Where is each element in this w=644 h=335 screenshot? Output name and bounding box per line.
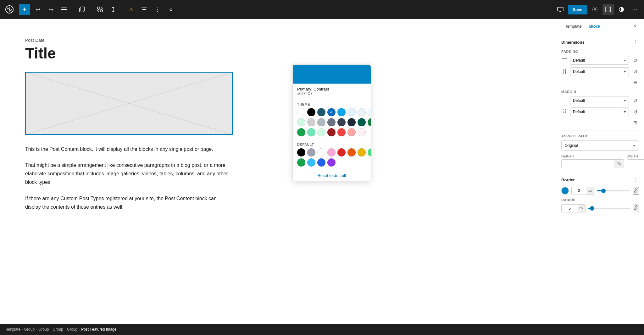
def-color-green[interactable]: [297, 158, 305, 167]
save-button[interactable]: Save: [568, 5, 587, 14]
undo-button[interactable]: ↩: [32, 4, 43, 15]
def-color-light-blue[interactable]: [307, 158, 315, 167]
breadcrumb-group-3[interactable]: Group: [53, 327, 63, 332]
collapse-sidebar-button[interactable]: «: [165, 4, 176, 15]
padding-top-row: Default 0 Small Medium Large ↺: [561, 56, 639, 65]
color-darker-gray[interactable]: [347, 118, 356, 126]
padding-label: PADDING: [561, 50, 639, 53]
padding-link-toggle[interactable]: ⊞: [631, 79, 639, 86]
margin-top-select[interactable]: Default 0 Small Medium Large: [570, 96, 629, 105]
width-input[interactable]: [627, 160, 644, 168]
border-link-button[interactable]: [633, 187, 639, 195]
color-dark-gray[interactable]: [337, 118, 346, 126]
block-transform-button[interactable]: [94, 4, 106, 15]
tab-template[interactable]: Template: [561, 19, 586, 33]
padding-top-select[interactable]: Default 0 Small Medium Large: [570, 56, 629, 65]
color-dark-red[interactable]: [327, 128, 336, 136]
contrast-button[interactable]: [616, 4, 627, 15]
warning-button[interactable]: ⚠: [125, 4, 137, 15]
border-label: Border: [561, 178, 575, 182]
color-light-green-pale[interactable]: [297, 118, 305, 126]
radius-input-group: px: [561, 204, 586, 212]
move-up-down-button[interactable]: [108, 4, 119, 15]
add-block-button[interactable]: +: [19, 4, 30, 15]
def-color-red[interactable]: [337, 148, 346, 157]
align-button[interactable]: [139, 4, 150, 15]
color-light-sky[interactable]: [347, 108, 356, 116]
featured-image-block[interactable]: [25, 72, 233, 135]
breadcrumb-group-2[interactable]: Group: [38, 327, 49, 332]
aspect-ratio-label: ASPECT RATIO: [561, 134, 639, 138]
svg-rect-9: [100, 10, 103, 12]
reset-to-default-button[interactable]: Reset to default: [293, 170, 371, 181]
color-lightest-red[interactable]: [358, 128, 366, 136]
block-duplicate-button[interactable]: [76, 4, 88, 15]
breadcrumb-post-featured-image[interactable]: Post Featured Image: [81, 327, 116, 332]
color-black[interactable]: [307, 108, 315, 116]
svg-line-29: [636, 190, 636, 191]
color-gray-mid[interactable]: [317, 118, 325, 126]
more-main-button[interactable]: ⋯: [629, 4, 640, 15]
color-light-red[interactable]: [347, 128, 356, 136]
border-more-button[interactable]: ⋮: [631, 176, 639, 184]
svg-rect-17: [606, 7, 611, 12]
def-color-orange[interactable]: [347, 148, 356, 157]
color-preview-bar: [293, 65, 371, 84]
def-color-blue[interactable]: [317, 158, 325, 167]
height-input[interactable]: [562, 160, 614, 168]
close-sidebar-button[interactable]: ×: [630, 19, 639, 33]
def-color-light-green[interactable]: [368, 148, 371, 157]
breadcrumb-group-1[interactable]: Group: [24, 327, 35, 332]
post-title: Title: [25, 45, 531, 62]
tab-block[interactable]: Block: [586, 19, 604, 33]
border-color-swatch[interactable]: [561, 187, 569, 195]
color-gray-light[interactable]: [307, 118, 315, 126]
breadcrumb-group-4[interactable]: Group: [67, 327, 77, 332]
radius-slider-thumb[interactable]: [590, 206, 594, 211]
color-green[interactable]: [368, 118, 371, 126]
color-primary[interactable]: [327, 108, 336, 116]
height-field: HEIGHT PX: [561, 154, 624, 168]
padding-top-reset[interactable]: ↺: [631, 57, 639, 64]
def-color-white[interactable]: [317, 148, 325, 157]
wp-logo[interactable]: [4, 4, 15, 15]
color-white[interactable]: [297, 108, 305, 116]
dimensions-label: Dimensions: [561, 40, 585, 45]
def-color-black[interactable]: [297, 148, 305, 157]
def-color-gray[interactable]: [307, 148, 315, 157]
list-view-button[interactable]: [58, 4, 70, 15]
margin-top-reset[interactable]: ↺: [631, 97, 639, 104]
sidebar-toggle-button[interactable]: [602, 4, 614, 15]
view-button[interactable]: [555, 4, 566, 15]
color-pale-green[interactable]: [317, 128, 325, 136]
def-color-pink[interactable]: [327, 148, 336, 157]
color-sky[interactable]: [337, 108, 346, 116]
margin-side-reset[interactable]: ↺: [631, 108, 639, 116]
color-red-dark[interactable]: [337, 128, 346, 136]
redo-button[interactable]: ↪: [45, 4, 57, 15]
color-dark-teal[interactable]: [317, 108, 325, 116]
def-color-yellow[interactable]: [358, 148, 366, 157]
color-mint[interactable]: [307, 128, 315, 136]
settings-button[interactable]: [589, 4, 601, 15]
padding-side-reset[interactable]: ↺: [631, 68, 639, 75]
radius-input[interactable]: [561, 204, 578, 212]
def-color-purple[interactable]: [327, 158, 336, 167]
margin-side-select[interactable]: Default 0 Small Medium Large: [570, 107, 629, 116]
border-width-input[interactable]: [571, 187, 586, 195]
border-slider-thumb[interactable]: [601, 189, 606, 193]
more-options-toolbar-button[interactable]: ⋮: [152, 4, 163, 15]
padding-side-select[interactable]: Default 0 Small Medium Large: [570, 67, 629, 76]
breadcrumb-template[interactable]: Template: [5, 327, 20, 332]
border-section-header: Border ⋮: [561, 176, 639, 184]
color-dark-green[interactable]: [358, 118, 366, 126]
dimensions-more-button[interactable]: ⋮: [631, 38, 639, 46]
color-gray[interactable]: [327, 118, 336, 126]
aspect-ratio-select[interactable]: Original Square - 1:1 Standard - 4:3 Por…: [561, 140, 639, 151]
color-lightest[interactable]: [368, 108, 371, 116]
radius-link-button[interactable]: [633, 205, 639, 212]
color-bright-green[interactable]: [297, 128, 305, 136]
color-lighter-sky[interactable]: [358, 108, 366, 116]
margin-link-toggle[interactable]: ⊞: [631, 119, 639, 126]
theme-color-grid: [293, 108, 371, 140]
